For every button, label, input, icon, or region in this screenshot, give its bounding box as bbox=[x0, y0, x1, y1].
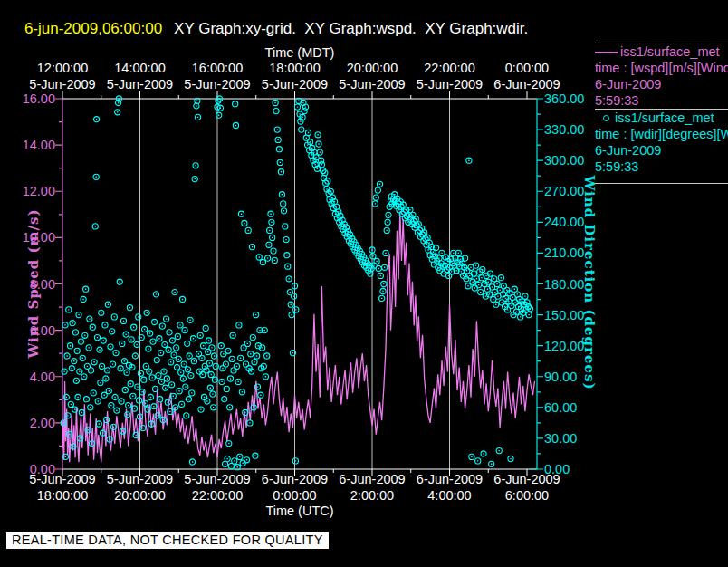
legend-series-date: 6-Jun-2009 bbox=[595, 142, 728, 159]
left-axis-tick-label: 2.00 bbox=[5, 416, 55, 430]
left-axis-tick-label: 6.00 bbox=[5, 323, 55, 338]
right-axis-tick-label: 240.00 bbox=[544, 215, 584, 229]
right-axis-tick-label: 120.00 bbox=[544, 339, 584, 353]
top-axis-time-label: 0:00:00 bbox=[482, 61, 572, 75]
right-axis-tick-label: 0.00 bbox=[544, 462, 570, 476]
gridlines bbox=[140, 99, 450, 469]
left-axis-tick-label: 14.00 bbox=[5, 138, 55, 152]
legend-series-name: iss1/surface_met bbox=[620, 44, 720, 59]
bottom-axis-title: Time (UTC) bbox=[209, 504, 390, 518]
right-axis-tick-label: 270.00 bbox=[544, 184, 584, 198]
status-banner: REAL-TIME DATA, NOT CHECKED FOR QUALITY bbox=[6, 532, 329, 549]
bottom-axis-time-label: 6:00:00 bbox=[482, 488, 572, 503]
legend-separator bbox=[595, 183, 728, 184]
left-axis-tick-label: 0.00 bbox=[5, 462, 55, 476]
legend-series-detail: time : [wdir][degrees][W bbox=[595, 126, 728, 142]
right-axis-tick-label: 60.00 bbox=[544, 400, 577, 415]
right-axis-tick-label: 90.00 bbox=[544, 370, 577, 384]
right-axis-tick-label: 330.00 bbox=[544, 122, 584, 137]
top-axis-date-label: 6-Jun-2009 bbox=[482, 77, 572, 91]
wind-speed-axis-line bbox=[55, 99, 62, 469]
legend-series-time: 5:59:33 bbox=[595, 92, 728, 109]
right-axis-tick-label: 30.00 bbox=[544, 431, 577, 446]
legend-entry-wspd: iss1/surface_met time : [wspd][m/s][Wind… bbox=[595, 43, 728, 109]
left-axis-tick-label: 16.00 bbox=[5, 91, 55, 106]
legend-series-time: 5:59:33 bbox=[595, 159, 728, 175]
legend-entry-wdir: iss1/surface_met time : [wdir][degrees][… bbox=[595, 110, 728, 183]
right-axis-tick-label: 150.00 bbox=[544, 308, 584, 322]
wind-direction-axis-line bbox=[530, 99, 543, 469]
left-axis-tick-label: 10.00 bbox=[5, 230, 55, 245]
wspd-line-marker-icon bbox=[595, 52, 618, 53]
legend-series-name: iss1/surface_met bbox=[615, 111, 714, 125]
legend-series-date: 6-Jun-2009 bbox=[595, 76, 728, 92]
left-axis-tick-label: 8.00 bbox=[5, 277, 55, 292]
right-axis-tick-label: 360.00 bbox=[544, 91, 584, 106]
right-axis-tick-label: 180.00 bbox=[544, 277, 584, 292]
legend: iss1/surface_met time : [wspd][m/s][Wind… bbox=[595, 36, 728, 190]
left-axis-tick-label: 12.00 bbox=[5, 184, 55, 198]
legend-series-detail: time : [wspd][m/s][Wind bbox=[595, 60, 728, 76]
xy-graph-window: 6-jun-2009,06:00:00XY Graph:xy-grid. XY … bbox=[0, 0, 728, 567]
right-axis-tick-label: 210.00 bbox=[544, 245, 584, 260]
wdir-circle-marker-icon bbox=[603, 115, 609, 121]
right-axis-tick-label: 300.00 bbox=[544, 153, 584, 168]
top-axis-title: Time (MDT) bbox=[209, 45, 390, 60]
left-axis-tick-label: 4.00 bbox=[5, 370, 55, 384]
